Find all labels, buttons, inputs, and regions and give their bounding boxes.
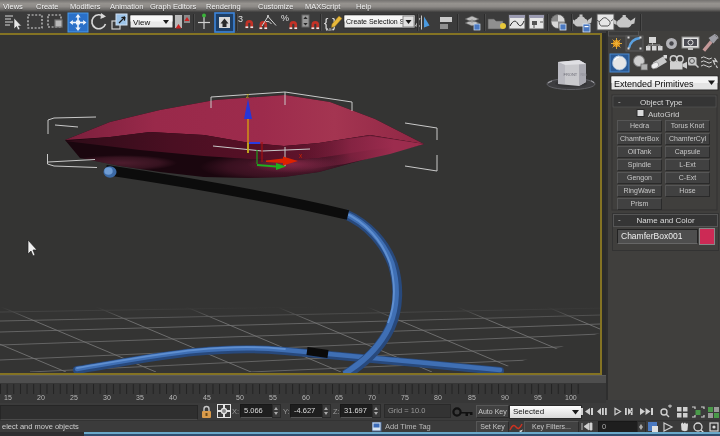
svg-text:RIG: RIG (581, 73, 588, 77)
svg-text:Object Type: Object Type (640, 98, 683, 107)
svg-text:z: z (246, 92, 249, 99)
svg-text:FRONT: FRONT (564, 72, 578, 77)
svg-text:View: View (133, 18, 150, 27)
svg-text:%: % (281, 13, 289, 23)
svg-text:3: 3 (238, 14, 243, 24)
svg-text:ABC: ABC (326, 27, 334, 32)
svg-text:AutoGrid: AutoGrid (648, 110, 680, 119)
svg-text:Extended Primitives: Extended Primitives (614, 79, 694, 89)
svg-text:-: - (618, 97, 621, 106)
svg-text:Create Selection Se: Create Selection Se (346, 18, 408, 25)
